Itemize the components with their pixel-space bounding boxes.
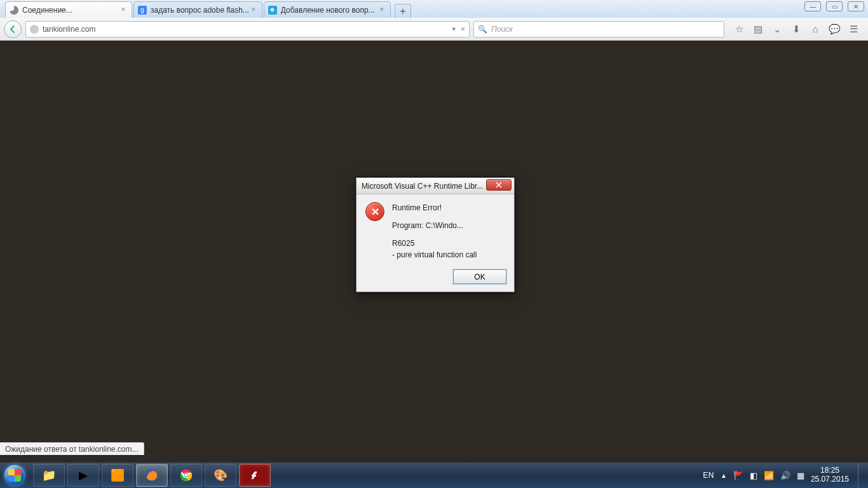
tray-app-icon[interactable]: ◧ (750, 471, 757, 480)
tab-title: задать вопрос adobe flash... (151, 6, 249, 15)
flash-icon[interactable] (239, 464, 271, 487)
network-icon[interactable]: 📶 (764, 471, 774, 480)
loading-icon (10, 6, 18, 15)
language-indicator[interactable]: EN (703, 471, 714, 480)
minimize-button[interactable]: ― (804, 1, 821, 11)
media-player-icon[interactable]: ▶ (67, 464, 99, 487)
tab-title: Соединение... (22, 6, 119, 15)
search-box[interactable]: 🔍 Поиск (473, 21, 724, 37)
reading-list-icon[interactable]: ▤ (752, 24, 764, 35)
explorer-icon[interactable]: 📁 (33, 464, 65, 487)
nav-bar: tankionline.com ▼ × 🔍 Поиск ☆ ▤ ⌄ ⬇ ⌂ 💬 … (0, 18, 868, 41)
dialog-button-row: OK (356, 266, 514, 292)
globe-icon (30, 25, 39, 34)
error-detail: - pure virtual function call (392, 249, 477, 261)
status-text: Ожидание ответа от tankionline.com... (5, 445, 139, 454)
status-bar: Ожидание ответа от tankionline.com... (0, 442, 144, 455)
google-icon: g (138, 6, 147, 15)
error-program: Program: C:\Windo... (392, 220, 477, 231)
clock[interactable]: 18:25 25.07.2015 (811, 466, 849, 484)
site-icon: ❖ (268, 6, 277, 15)
chat-icon[interactable]: 💬 (829, 24, 840, 35)
paint-icon[interactable]: 🎨 (205, 464, 236, 487)
system-tray: EN ▲ 🚩 ◧ 📶 🔊 ▦ 18:25 25.07.2015 (703, 463, 868, 487)
url-text: tankionline.com (43, 25, 449, 34)
start-button[interactable] (0, 463, 29, 488)
runtime-error-dialog: Microsoft Visual C++ Runtime Libr... ✕ R… (356, 177, 515, 292)
firefox-icon[interactable] (136, 464, 168, 487)
time-text: 18:25 (811, 466, 849, 475)
close-icon[interactable]: × (249, 6, 258, 15)
windows-taskbar: 📁 ▶ 🟧 🎨 EN ▲ 🚩 ◧ 📶 🔊 ▦ 18:25 25.07.2015 (0, 463, 868, 488)
close-icon[interactable]: × (119, 6, 128, 15)
dialog-body: ✕ Runtime Error! Program: C:\Windo... R6… (356, 194, 514, 266)
chrome-logo-icon (180, 469, 193, 482)
downloads-icon[interactable]: ⬇ (790, 24, 802, 35)
taskbar-apps: 📁 ▶ 🟧 🎨 (33, 464, 271, 487)
tab-1[interactable]: Соединение... × (5, 1, 132, 18)
ok-button[interactable]: OK (453, 269, 506, 284)
menu-icon[interactable]: ☰ (848, 24, 859, 35)
home-icon[interactable]: ⌂ (810, 24, 821, 35)
firefox-logo-icon (145, 468, 159, 482)
svg-point-3 (185, 474, 187, 477)
dropdown-icon[interactable]: ▼ (451, 26, 457, 32)
error-code: R6025 (392, 238, 477, 249)
flash-logo-icon (249, 470, 261, 481)
chrome-icon[interactable] (170, 464, 202, 487)
tray-misc-icon[interactable]: ▦ (797, 471, 804, 480)
arrow-left-icon (9, 25, 17, 33)
window-controls: ― ▭ ✕ (804, 1, 864, 11)
search-icon: 🔍 (478, 25, 487, 34)
dialog-close-button[interactable] (486, 179, 512, 191)
address-bar[interactable]: tankionline.com ▼ × (25, 21, 470, 37)
tab-3[interactable]: ❖ Добавление нового вопр... × (264, 1, 391, 18)
stop-icon[interactable]: × (461, 24, 466, 34)
new-tab-button[interactable]: + (395, 4, 411, 18)
dialog-message: Runtime Error! Program: C:\Windo... R602… (392, 202, 477, 261)
error-icon: ✕ (365, 202, 384, 221)
tab-strip: Соединение... × g задать вопрос adobe fl… (0, 0, 868, 18)
tab-title: Добавление нового вопр... (281, 6, 377, 15)
app-icon[interactable]: 🟧 (102, 464, 133, 487)
close-icon (495, 182, 503, 188)
dialog-titlebar[interactable]: Microsoft Visual C++ Runtime Libr... (356, 178, 514, 194)
close-icon[interactable]: × (377, 6, 386, 15)
pocket-icon[interactable]: ⌄ (771, 24, 783, 35)
bookmark-star-icon[interactable]: ☆ (733, 24, 745, 35)
search-placeholder: Поиск (491, 25, 513, 34)
windows-logo-icon (4, 465, 25, 485)
maximize-button[interactable]: ▭ (826, 1, 843, 11)
tray-expand-icon[interactable]: ▲ (721, 472, 727, 479)
tab-2[interactable]: g задать вопрос adobe flash... × (133, 1, 262, 18)
back-button[interactable] (4, 20, 22, 38)
error-heading: Runtime Error! (392, 202, 477, 214)
volume-icon[interactable]: 🔊 (780, 471, 790, 480)
show-desktop-button[interactable] (858, 463, 864, 487)
toolbar-icons: ☆ ▤ ⌄ ⬇ ⌂ 💬 ☰ (728, 24, 864, 35)
date-text: 25.07.2015 (811, 475, 849, 484)
close-window-button[interactable]: ✕ (848, 1, 864, 11)
flag-icon[interactable]: 🚩 (733, 471, 743, 480)
